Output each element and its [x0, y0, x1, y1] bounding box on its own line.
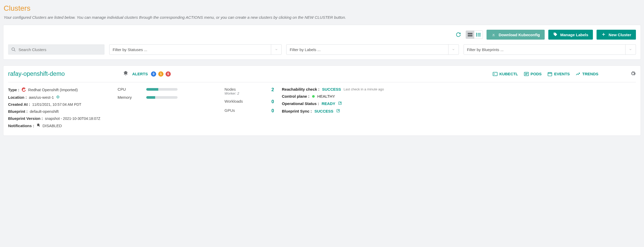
terminal-icon	[493, 72, 498, 76]
svg-rect-11	[548, 72, 552, 76]
events-link[interactable]: EVENTS	[547, 72, 570, 76]
download-kubeconfig-button[interactable]: Download Kubeconfig	[487, 30, 544, 40]
trends-link[interactable]: TRENDS	[575, 72, 598, 76]
svg-rect-7	[478, 36, 481, 36]
bp-sync-label: Blueprint Sync :	[282, 109, 312, 113]
svg-rect-5	[478, 34, 481, 35]
manage-labels-button[interactable]: Manage Labels	[548, 30, 593, 40]
reachability-note: Last check in a minute ago	[344, 87, 384, 91]
control-plane-label: Control plane :	[282, 94, 309, 98]
cpu-label: CPU	[118, 87, 133, 91]
gpus-label: GPUs	[224, 108, 235, 113]
cpu-bar-fill	[146, 88, 158, 91]
filter-labels-placeholder: Filter by Labels ...	[290, 47, 320, 52]
bp-version-label: Blueprint Version :	[8, 116, 43, 121]
op-status-value: READY	[322, 101, 336, 106]
memory-bar-fill	[146, 96, 155, 99]
openshift-icon	[21, 87, 26, 92]
view-toggle	[466, 30, 483, 39]
alerts-info-badge[interactable]: 0	[151, 71, 156, 77]
workloads-label: Workloads	[224, 99, 243, 103]
svg-rect-1	[468, 35, 472, 36]
manage-labels-label: Manage Labels	[560, 33, 588, 37]
svg-rect-0	[468, 33, 472, 34]
trending-up-icon	[575, 72, 581, 76]
search-clusters-field[interactable]	[18, 47, 101, 52]
list-icon	[524, 72, 529, 76]
new-cluster-label: New Cluster	[609, 33, 631, 37]
svg-rect-3	[478, 33, 481, 34]
refresh-icon[interactable]	[455, 31, 462, 38]
view-list-button[interactable]	[474, 31, 483, 39]
blueprint-label: Blueprint :	[8, 109, 28, 114]
chevron-down-icon	[625, 45, 636, 54]
svg-point-6	[476, 35, 477, 36]
op-status-label: Operational Status :	[282, 101, 319, 106]
blueprint-value: default-openshift	[30, 109, 59, 114]
cluster-stats: Nodes Worker: 2 2 Workloads 0 GPUs 0	[224, 87, 274, 131]
alerts-critical-badge[interactable]: 6	[166, 71, 171, 77]
location-label: Location :	[8, 95, 27, 100]
chevron-down-icon	[271, 45, 281, 54]
gpus-value: 0	[271, 108, 274, 114]
cluster-resources: CPU Memory	[118, 87, 217, 131]
search-icon	[11, 47, 16, 52]
external-link-icon[interactable]	[336, 109, 340, 114]
search-clusters-input[interactable]	[8, 44, 105, 55]
notifications-label: Notifications :	[8, 123, 34, 128]
workloads-value: 0	[271, 99, 274, 104]
page-title: Clusters	[4, 4, 641, 13]
created-label: Created At :	[8, 102, 30, 107]
pods-link[interactable]: PODS	[524, 72, 542, 76]
memory-label: Memory	[118, 95, 133, 100]
filter-status-placeholder: Filter by Statuses ...	[113, 47, 147, 52]
filter-blueprints-placeholder: Filter by Blueprints ...	[467, 47, 504, 52]
cluster-card: rafay-openshift-demo ALERTS 0 1 6 KUBECT…	[3, 65, 641, 136]
nodes-sub: Worker: 2	[224, 91, 239, 95]
nodes-value: 2	[271, 87, 274, 92]
location-value: aws/us-west-1	[29, 95, 54, 100]
cpu-bar	[146, 88, 178, 91]
gear-icon[interactable]	[630, 71, 636, 77]
download-icon	[491, 32, 496, 37]
svg-point-8	[12, 48, 15, 51]
crosshair-icon[interactable]	[56, 95, 60, 100]
tag-icon	[553, 32, 558, 37]
reachability-label: Reachability check :	[282, 87, 319, 91]
filter-blueprints-select[interactable]: Filter by Blueprints ...	[464, 44, 636, 55]
svg-point-13	[57, 97, 58, 97]
alerts-group: ALERTS 0 1 6	[123, 71, 171, 77]
toolbar-card: Download Kubeconfig Manage Labels New Cl…	[3, 25, 641, 60]
page-subtitle: Your configured Clusters are listed belo…	[4, 15, 641, 20]
svg-point-4	[476, 34, 477, 35]
svg-point-2	[476, 33, 477, 34]
alerts-warning-badge[interactable]: 1	[158, 71, 163, 77]
notifications-value: DISABLED	[42, 123, 62, 128]
svg-rect-9	[493, 72, 497, 76]
status-dot-icon	[312, 95, 315, 98]
chevron-down-icon	[448, 45, 459, 54]
kubectl-link[interactable]: KUBECTL	[493, 72, 518, 76]
alerts-label: ALERTS	[132, 72, 148, 76]
nodes-label: Nodes	[224, 87, 239, 91]
memory-bar	[146, 96, 178, 99]
reachability-value: SUCCESS	[322, 87, 341, 91]
download-kubeconfig-label: Download Kubeconfig	[499, 33, 540, 37]
bell-off-icon	[36, 123, 40, 128]
control-plane-value: HEALTHY	[317, 94, 335, 98]
external-link-icon[interactable]	[338, 101, 342, 106]
cluster-details: Type : Redhat Openshift (Imported) Locat…	[8, 87, 110, 131]
created-value: 11/01/2021, 10:57:04 AM PDT	[32, 102, 81, 107]
cluster-name[interactable]: rafay-openshift-demo	[8, 70, 123, 77]
bp-sync-value: SUCCESS	[314, 109, 333, 113]
alert-bell-icon[interactable]	[123, 71, 129, 77]
new-cluster-button[interactable]: New Cluster	[597, 30, 636, 40]
filter-labels-select[interactable]: Filter by Labels ...	[286, 44, 459, 55]
calendar-icon	[547, 72, 552, 76]
view-grid-button[interactable]	[466, 31, 474, 39]
plus-icon	[601, 32, 606, 37]
cluster-status: Reachability check : SUCCESS Last check …	[282, 87, 636, 131]
filter-status-select[interactable]: Filter by Statuses ...	[109, 44, 282, 55]
bp-version-value: snapshot - 2021-10-30T04:18:07Z	[45, 116, 100, 121]
type-label: Type :	[8, 88, 19, 92]
